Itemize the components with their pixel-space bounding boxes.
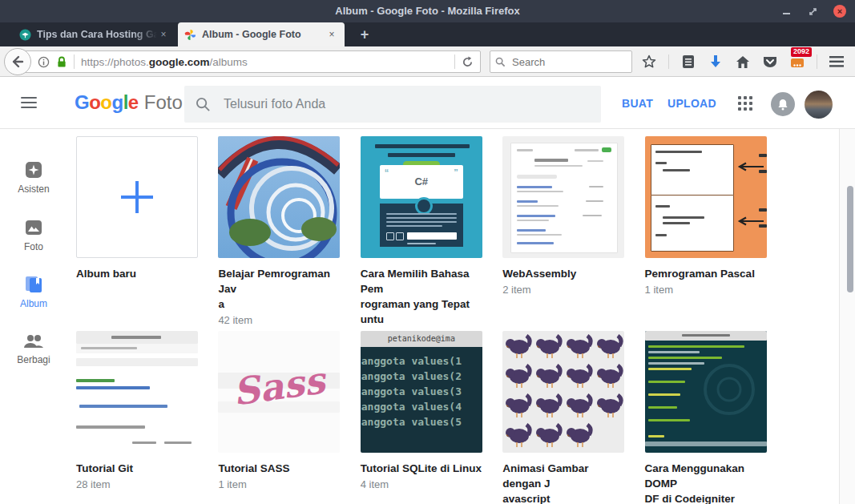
album-card[interactable]: Animasi Gambar dengan J avascript 3 item — [502, 331, 624, 504]
url-text[interactable]: https://photos.google.com/albums — [81, 56, 448, 68]
album-item-count: 1 item — [645, 284, 767, 296]
sidebar-item-berbagi[interactable]: Berbagi — [0, 333, 67, 365]
album-title: Pemrograman Pascal — [645, 266, 767, 281]
https-lock-icon[interactable] — [56, 56, 67, 68]
album-thumbnail-pascal[interactable] — [645, 136, 767, 258]
menu-hamburger-icon[interactable] — [829, 54, 845, 70]
album-card[interactable]: “ ” C# Cara Memilih Bahasa Pem rograman … — [361, 136, 482, 331]
url-bar[interactable]: https://photos.google.com/albums — [22, 50, 481, 73]
sidebar-label: Album — [20, 298, 47, 309]
create-button[interactable]: BUAT — [622, 97, 653, 110]
album-card[interactable]: Tutorial Git 28 item — [76, 331, 198, 504]
logo-letter: g — [112, 91, 123, 113]
albums-icon — [23, 275, 44, 294]
sidebar-item-foto[interactable]: Foto — [0, 218, 67, 252]
sharing-people-icon — [22, 333, 45, 350]
logo-letter: e — [128, 91, 139, 113]
album-title: WebAssembly — [502, 266, 624, 281]
assistant-icon — [24, 160, 43, 179]
album-card[interactable]: petanikode@ima anggota values(1 anggota … — [361, 331, 482, 504]
album-card[interactable]: Belajar Pemrograman Jav a 42 item — [218, 136, 340, 331]
page-info-icon[interactable] — [38, 56, 50, 68]
album-item-count: 4 item — [361, 478, 482, 490]
browser-search-box[interactable] — [490, 50, 632, 73]
plus-icon — [119, 179, 155, 215]
divider — [817, 54, 817, 69]
sidebar-label: Foto — [24, 241, 43, 252]
album-card[interactable]: WebAssembly 2 item — [502, 136, 624, 331]
album-grid: Album baru Belajar Pemrograman Jav a 42 … — [76, 136, 845, 504]
logo-letter: o — [89, 91, 100, 113]
google-photos-favicon-icon — [184, 29, 196, 41]
search-icon — [495, 57, 506, 67]
sidebar-label: Berbagi — [17, 354, 50, 365]
new-album-thumbnail[interactable] — [76, 136, 198, 258]
back-arrow-icon — [10, 54, 25, 69]
bookmark-star-icon[interactable] — [641, 54, 657, 70]
scrollbar-track[interactable] — [839, 129, 855, 504]
album-card[interactable]: Cara Menggunakan DOMP DF di Codeigniter … — [645, 331, 767, 504]
upload-button[interactable]: UPLOAD — [667, 97, 716, 110]
extension-forum-icon[interactable]: 2092 — [789, 54, 805, 70]
sidebar-item-asisten[interactable]: Asisten — [0, 160, 67, 195]
terminal-titlebar: petanikode@ima — [361, 331, 482, 347]
album-title: Animasi Gambar dengan J avascript — [502, 461, 624, 504]
album-item-count: 42 item — [218, 314, 340, 326]
album-title: Tutorial SASS — [218, 461, 340, 476]
sidebar-item-album[interactable]: Album — [0, 275, 67, 309]
tab-tips-hosting[interactable]: Tips dan Cara Hosting Ga × — [13, 22, 176, 46]
app-menu-icon[interactable] — [21, 97, 37, 108]
tab-label: Tips dan Cara Hosting Ga — [37, 29, 157, 40]
tab-close-icon[interactable]: × — [325, 28, 338, 41]
back-button[interactable] — [4, 48, 31, 75]
album-thumbnail-bird-sprites[interactable] — [502, 331, 624, 453]
close-button[interactable]: × — [833, 5, 846, 18]
photos-search-bar[interactable] — [184, 86, 601, 123]
album-thumbnail-sass[interactable]: Sass — [218, 331, 340, 453]
new-tab-button[interactable]: + — [354, 26, 375, 43]
album-title: Tutorial SQLite di Linux — [361, 461, 482, 476]
bookmarks-sidebar-icon[interactable] — [680, 54, 696, 70]
album-thumbnail-webassembly[interactable] — [502, 136, 624, 258]
reload-icon[interactable] — [462, 56, 474, 68]
album-title: Album baru — [76, 266, 198, 281]
google-apps-grid-icon[interactable] — [738, 96, 754, 112]
album-thumbnail-csharp[interactable]: “ ” C# — [361, 136, 482, 258]
album-item-count: 1 item — [218, 478, 340, 490]
scrollbar-thumb[interactable] — [847, 186, 853, 292]
tab-album-google-foto[interactable]: Album - Google Foto × — [178, 22, 345, 46]
logo-letter: G — [75, 91, 89, 113]
pocket-icon[interactable] — [762, 54, 778, 70]
album-title: Tutorial Git — [76, 461, 198, 476]
photos-search-input[interactable] — [222, 96, 562, 112]
album-card-new[interactable]: Album baru — [76, 136, 198, 331]
notifications-bell-icon[interactable] — [771, 92, 795, 116]
album-card[interactable]: Sass Tutorial SASS 1 item — [218, 331, 340, 504]
album-card[interactable]: Pemrograman Pascal 1 item — [645, 136, 767, 331]
maximize-button[interactable] — [806, 5, 819, 18]
divider — [668, 54, 669, 69]
window-titlebar: Album - Google Foto - Mozilla Firefox × — [0, 0, 855, 22]
photos-icon — [24, 218, 43, 237]
minimize-button[interactable] — [780, 5, 793, 18]
account-avatar[interactable] — [805, 91, 833, 119]
album-thumbnail-dompdf-terminal[interactable] — [645, 331, 767, 453]
album-item-count: 28 item — [76, 478, 198, 490]
album-thumbnail-rollercoaster[interactable] — [218, 136, 340, 258]
album-title: Cara Memilih Bahasa Pem rograman yang Te… — [361, 266, 482, 327]
downloads-icon[interactable] — [708, 54, 724, 70]
search-icon — [196, 97, 211, 112]
home-icon[interactable] — [735, 54, 751, 70]
album-thumbnail-sqlite-terminal[interactable]: petanikode@ima anggota values(1 anggota … — [361, 331, 482, 453]
csharp-label: C# — [380, 175, 463, 187]
terminal-watermark — [701, 361, 757, 417]
browser-search-input[interactable] — [510, 55, 610, 69]
extension-badge: 2092 — [791, 47, 812, 57]
album-thumbnail-git[interactable] — [76, 331, 198, 453]
terminal-text: anggota values(1 anggota values(2 anggot… — [361, 347, 482, 453]
tab-close-icon[interactable]: × — [157, 28, 170, 41]
divider — [74, 54, 75, 69]
album-title: Cara Menggunakan DOMP DF di Codeigniter — [645, 461, 767, 504]
album-title: Belajar Pemrograman Jav a — [218, 266, 340, 312]
google-foto-logo[interactable]: GoogleFoto — [75, 91, 183, 114]
